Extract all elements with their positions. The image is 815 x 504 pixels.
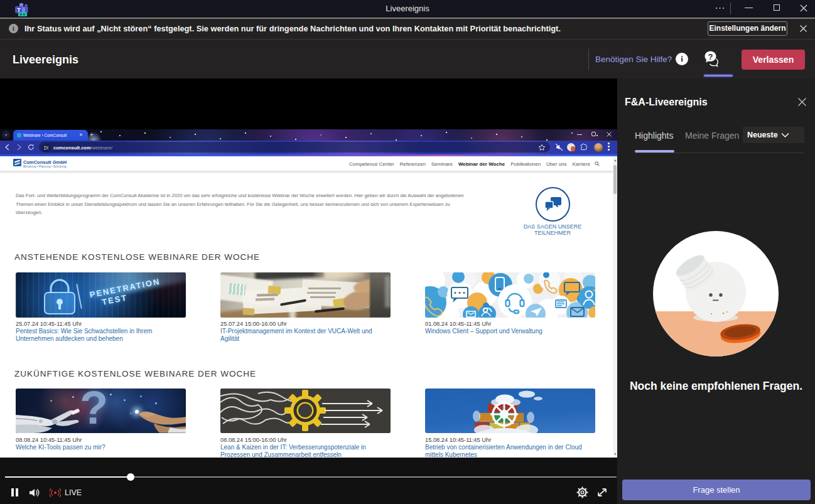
svg-text:?: ?: [708, 52, 713, 62]
